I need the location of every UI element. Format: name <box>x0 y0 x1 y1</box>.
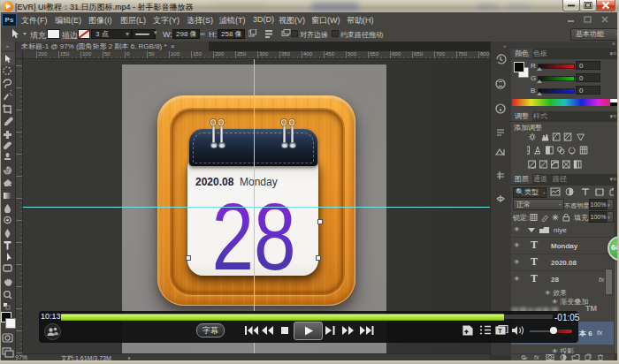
svg-text:fx: fx <box>534 354 539 360</box>
svg-text:T: T <box>498 327 502 335</box>
